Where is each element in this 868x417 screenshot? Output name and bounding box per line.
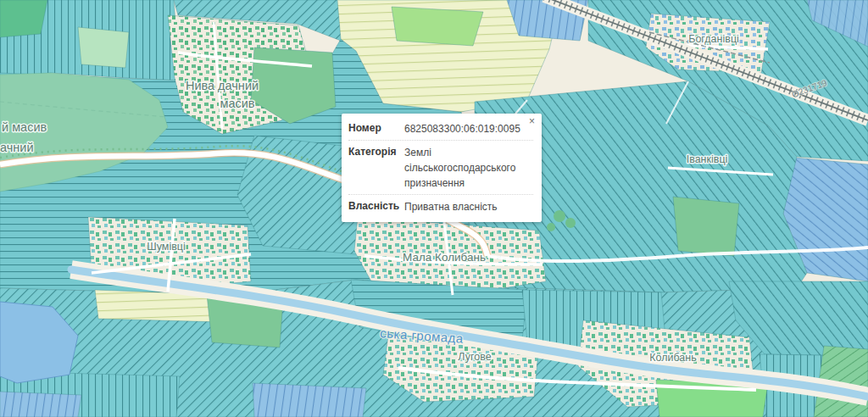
map-label-shumivtsi: Шумівці bbox=[147, 241, 186, 253]
map-label-niva-line1: Нива дачний bbox=[186, 79, 259, 92]
map-label-niva-line2: масив bbox=[220, 97, 254, 110]
map-label-edge-massif-line1: й масив bbox=[2, 120, 47, 134]
field-value-category: Землі сільськогосподарського призначення bbox=[404, 145, 533, 191]
field-label-number: Номер bbox=[348, 121, 404, 136]
popup-row-category: Категорія Землі сільськогосподарського п… bbox=[348, 141, 533, 195]
parcel-info-popup: × Номер 6825083300:06:019:0095 Категорія… bbox=[342, 114, 542, 222]
map-label-bohdanivtsi: Богданівці bbox=[688, 33, 739, 45]
field-value-number: 6825083300:06:019:0095 bbox=[404, 121, 533, 136]
map-label-edge-massif-line2: ачний bbox=[0, 141, 34, 154]
map-label-luhove: Лугове bbox=[458, 351, 491, 363]
close-icon[interactable]: × bbox=[529, 116, 535, 126]
field-value-ownership: Приватна власність bbox=[404, 199, 533, 214]
field-label-category: Категорія bbox=[348, 145, 404, 191]
map-label-ivankivtsi: Іванківці bbox=[687, 153, 728, 165]
map-label-kolyban: Колибань bbox=[649, 352, 696, 364]
map-label-mala-kolyban: Мала Колибань bbox=[403, 251, 486, 264]
popup-row-number: Номер 6825083300:06:019:0095 bbox=[348, 117, 533, 141]
popup-row-ownership: Власність Приватна власність bbox=[348, 195, 533, 218]
field-label-ownership: Власність bbox=[348, 199, 404, 214]
